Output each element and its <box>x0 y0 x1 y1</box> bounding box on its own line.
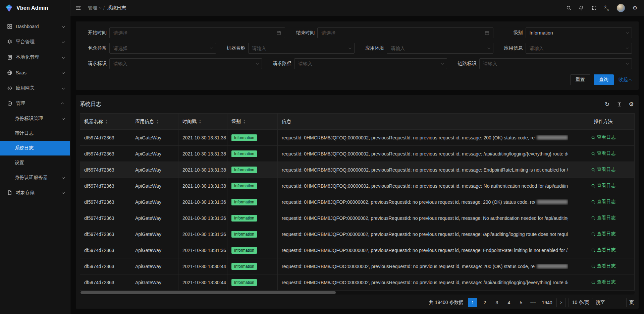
page-button-3[interactable]: 3 <box>492 298 501 307</box>
column-header-app[interactable]: 应用信息▲▼ <box>131 114 178 130</box>
collapse-toggle[interactable]: 收起 <box>619 77 632 83</box>
chevron-down-icon <box>62 71 65 74</box>
avatar[interactable] <box>616 4 625 12</box>
sidebar-item-identity[interactable]: 身份标识管理 <box>0 111 70 126</box>
table-row[interactable]: df5974d72363ApiGateWay2021-10-30 13:30:4… <box>80 258 635 274</box>
request-id-input[interactable] <box>109 58 262 69</box>
view-log-button[interactable]: 查看日志 <box>591 279 616 285</box>
request-path-field[interactable] <box>298 61 439 66</box>
page-ellipsis[interactable]: ••• <box>528 298 538 307</box>
refresh-icon[interactable]: ↻ <box>604 101 610 108</box>
request-id-field[interactable] <box>113 61 254 66</box>
row-height-icon[interactable] <box>616 101 623 108</box>
cell-app: ApiGateWay <box>131 242 178 258</box>
level-field[interactable] <box>530 30 624 36</box>
view-log-button[interactable]: 查看日志 <box>591 247 616 253</box>
sort-carets[interactable]: ▲▼ <box>199 119 201 124</box>
cell-timestamp: 2021-10-30 13:31:36 <box>178 242 227 258</box>
has-exception-select[interactable] <box>109 43 216 54</box>
column-header-machine[interactable]: 机器名称▲▼ <box>80 114 131 130</box>
end-time-date[interactable] <box>317 27 493 38</box>
page-button-4[interactable]: 4 <box>504 298 514 307</box>
next-page-button[interactable]: > <box>556 298 566 307</box>
sidebar-item-label: 平台管理 <box>16 39 58 45</box>
has-exception-field[interactable] <box>113 46 208 51</box>
sidebar-item-saas[interactable]: Saas <box>0 65 70 80</box>
scrollbar-thumb[interactable] <box>80 291 336 294</box>
machine-value: df5974d72363 <box>84 151 114 156</box>
machine-name-field[interactable] <box>252 46 347 51</box>
table-row[interactable]: df5974d72363ApiGateWay2021-10-30 13:31:3… <box>80 146 635 162</box>
message-text: requestId: 0HMCRBM8JQFOO:00000002, previ… <box>282 280 568 285</box>
query-button[interactable]: 查询 <box>594 74 614 85</box>
cell-message: requestId: 0HMCRBM8JQFOO:00000002, previ… <box>278 274 572 291</box>
fullscreen-icon[interactable] <box>588 2 600 14</box>
start-time-date[interactable] <box>109 27 285 38</box>
view-log-button[interactable]: 查看日志 <box>591 183 616 189</box>
sort-carets[interactable]: ▲▼ <box>156 119 159 124</box>
page-size-select[interactable]: 10 条/页 <box>569 298 593 307</box>
table-row[interactable]: df5974d72363ApiGateWay2021-10-30 13:31:3… <box>80 130 635 146</box>
table-row[interactable]: df5974d72363ApiGateWay2021-10-30 13:31:3… <box>80 178 635 194</box>
view-log-button[interactable]: 查看日志 <box>591 263 616 269</box>
translate-icon[interactable]: 文A <box>601 2 612 14</box>
view-log-button[interactable]: 查看日志 <box>591 134 616 140</box>
bell-icon[interactable] <box>576 2 587 14</box>
page-button-5[interactable]: 5 <box>516 298 526 307</box>
sort-carets[interactable]: ▲▼ <box>105 119 108 124</box>
column-header-timestamp[interactable]: 时间戳▲▼ <box>178 114 227 130</box>
table-row[interactable]: df5974d72363ApiGateWay2021-10-30 13:31:3… <box>80 226 635 242</box>
settings-icon[interactable]: ⚙ <box>629 2 641 14</box>
table-row[interactable]: df5974d72363ApiGateWay2021-10-30 13:31:3… <box>80 194 635 210</box>
sidebar-fold-icon[interactable] <box>72 2 84 14</box>
trace-id-input[interactable] <box>479 58 632 69</box>
filter-row: 请求标识请求路径链路标识 <box>80 58 635 69</box>
view-log-button[interactable]: 查看日志 <box>591 231 616 237</box>
table-toolbar: 系统日志 ↻⚙ <box>80 95 635 113</box>
start-time-field[interactable] <box>113 30 274 36</box>
cell-app: ApiGateWay <box>131 258 178 274</box>
app-env-input[interactable] <box>387 43 493 54</box>
breadcrumb-parent[interactable]: 管理 <box>88 5 101 11</box>
view-log-button[interactable]: 查看日志 <box>591 199 616 205</box>
page-button-last[interactable]: 1940 <box>540 298 553 307</box>
search-icon[interactable] <box>563 2 574 14</box>
magnifier-icon <box>591 216 595 220</box>
trace-id-field[interactable] <box>483 61 624 66</box>
logo[interactable]: Vben Admin <box>0 0 70 16</box>
table-row[interactable]: df5974d72363ApiGateWay2021-10-30 13:31:3… <box>80 242 635 258</box>
sidebar-item-admin[interactable]: 管理 <box>0 96 70 111</box>
sidebar-item-audit-logs[interactable]: 审计日志 <box>0 126 70 141</box>
cell-actions: 查看日志 <box>572 178 635 194</box>
filter-field-app-info: 应用信息 <box>496 43 635 54</box>
level-select[interactable] <box>526 27 632 38</box>
sort-carets[interactable]: ▲▼ <box>243 119 246 124</box>
sidebar-item-auth-server[interactable]: 身份认证服务器 <box>0 170 70 185</box>
field-label: 应用信息 <box>499 45 523 51</box>
table-row[interactable]: df5974d72363ApiGateWay2021-10-30 13:30:4… <box>80 274 635 291</box>
sidebar-item-storage[interactable]: 对象存储 <box>0 185 70 200</box>
sidebar-item-localization[interactable]: 本地化管理 <box>0 50 70 65</box>
reset-button[interactable]: 重置 <box>570 74 590 85</box>
view-log-button[interactable]: 查看日志 <box>591 215 616 221</box>
end-time-field[interactable] <box>321 30 482 36</box>
app-env-field[interactable] <box>391 46 485 51</box>
page-button-2[interactable]: 2 <box>480 298 489 307</box>
machine-name-input[interactable] <box>248 43 355 54</box>
sidebar-item-platform[interactable]: 平台管理 <box>0 34 70 50</box>
app-info-field[interactable] <box>530 46 624 51</box>
sidebar-item-system-logs[interactable]: 系统日志 <box>0 141 70 155</box>
table-row[interactable]: df5974d72363ApiGateWay2021-10-30 13:31:3… <box>80 162 635 178</box>
jump-page-input[interactable] <box>608 298 627 307</box>
sidebar-item-gateway[interactable]: 应用网关 <box>0 80 70 96</box>
sidebar-item-settings[interactable]: 设置 <box>0 155 70 170</box>
table-row[interactable]: df5974d72363ApiGateWay2021-10-30 13:31:3… <box>80 210 635 226</box>
view-log-button[interactable]: 查看日志 <box>591 150 616 156</box>
view-log-button[interactable]: 查看日志 <box>591 167 616 173</box>
settings-icon[interactable]: ⚙ <box>628 101 635 108</box>
sidebar-item-dashboard[interactable]: Dashboard <box>0 19 70 34</box>
column-header-level[interactable]: 级别▲▼ <box>227 114 278 130</box>
request-path-input[interactable] <box>294 58 447 69</box>
app-info-input[interactable] <box>526 43 632 54</box>
page-button-1[interactable]: 1 <box>468 298 477 307</box>
